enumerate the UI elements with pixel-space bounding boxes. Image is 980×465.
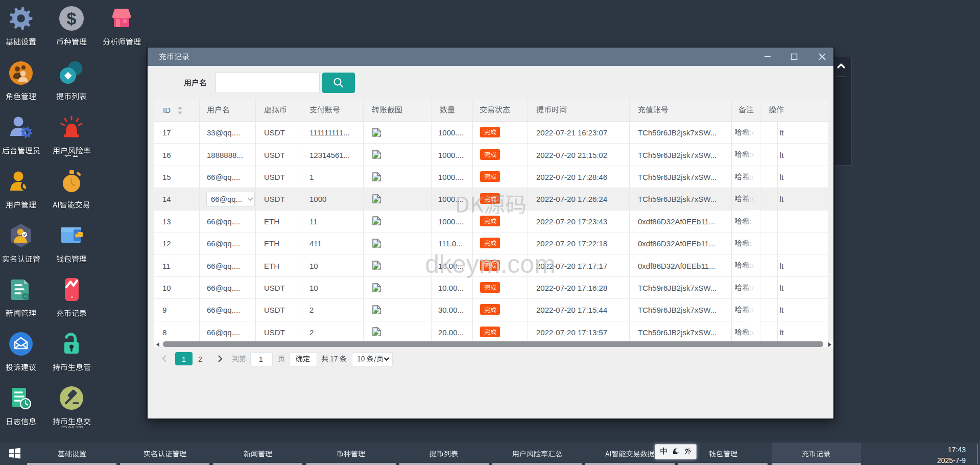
- svg-text:$: $: [67, 9, 77, 28]
